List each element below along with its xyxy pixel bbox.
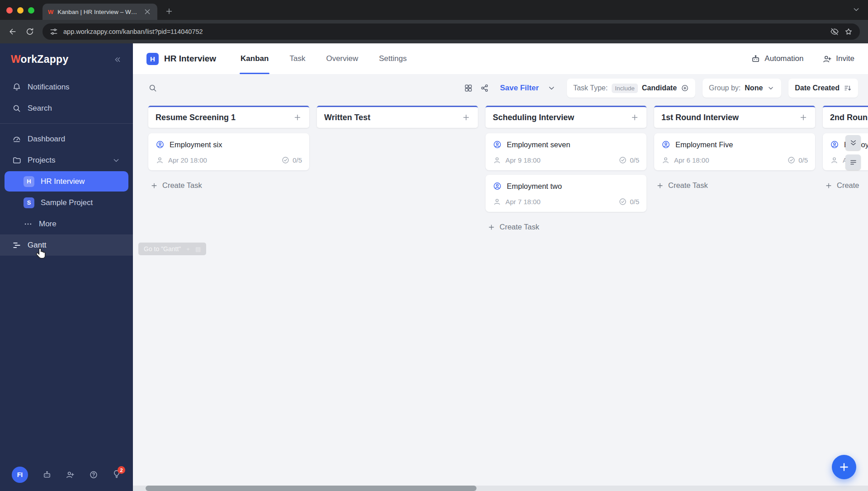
column-cards: Employment Five Apr 6 18:00 0/5 — [654, 133, 815, 190]
add-task-icon[interactable] — [293, 113, 302, 122]
sidebar-item-dashboard[interactable]: Dashboard — [0, 128, 133, 150]
user-avatar[interactable]: FI — [12, 467, 28, 483]
task-title: Employment six — [170, 140, 222, 149]
browser-toolbar: app.workzappy.com/kanban/list?pid=114040… — [0, 20, 868, 43]
tab-overview[interactable]: Overview — [326, 43, 358, 74]
sort-dropdown[interactable]: Date Created — [788, 79, 858, 98]
due-date: Apr 20 18:00 — [168, 156, 207, 164]
checklist-count: 0/5 — [630, 198, 639, 206]
dashboard-icon — [12, 135, 21, 144]
eye-off-icon[interactable] — [830, 27, 839, 36]
card-top: Employment seven — [493, 140, 639, 149]
sidebar-item-label: Dashboard — [28, 135, 65, 144]
header-actions: Automation Invite — [751, 54, 854, 64]
kanban-column-scheduling-interview: Scheduling Interview Employment seven Ap… — [486, 106, 646, 231]
support-bot-icon[interactable] — [42, 470, 52, 479]
checklist-icon — [281, 156, 290, 164]
minimize-window-button[interactable] — [17, 7, 24, 14]
assignee-icon — [661, 156, 670, 164]
sidebar-item-hr-interview[interactable]: H HR Interview — [5, 171, 128, 192]
group-by-label: Group by: — [709, 84, 741, 92]
close-window-button[interactable] — [6, 7, 13, 14]
column-header[interactable]: Resume Screening 1 — [148, 106, 309, 128]
automation-button[interactable]: Automation — [751, 54, 803, 64]
reload-icon[interactable] — [25, 27, 34, 36]
sidebar-logo-row: WorkZappy — [0, 43, 133, 72]
task-card[interactable]: Employment two Apr 7 18:00 0/5 — [486, 175, 646, 212]
assignee-avatar-icon — [493, 140, 502, 149]
sidebar-item-sample-project[interactable]: S Sample Project — [0, 192, 133, 213]
sidebar-item-projects[interactable]: Projects — [0, 150, 133, 171]
sidebar-item-label: Notifications — [28, 83, 70, 92]
list-view-button[interactable] — [845, 154, 861, 170]
create-task-button[interactable]: Create — [823, 181, 868, 190]
search-icon[interactable] — [148, 84, 157, 93]
column-header[interactable]: 2nd Roun — [823, 106, 868, 128]
add-filter-icon[interactable] — [681, 84, 689, 92]
collapse-columns-button[interactable] — [845, 135, 861, 150]
task-type-label: Task Type: — [573, 84, 608, 92]
robot-icon — [751, 54, 760, 64]
checklist-progress: 0/5 — [787, 156, 808, 164]
tab-kanban[interactable]: Kanban — [241, 43, 269, 74]
tab-search-chevron-icon[interactable] — [852, 5, 861, 14]
site-settings-icon[interactable] — [49, 27, 58, 36]
card-meta: Apr 6 18:00 0/5 — [661, 156, 808, 164]
plus-icon — [825, 182, 833, 190]
group-by-dropdown[interactable]: Group by: None — [703, 79, 781, 98]
automation-label: Automation — [764, 54, 803, 63]
tab-close-icon[interactable] — [143, 7, 152, 16]
save-filter-button[interactable]: Save Filter — [500, 84, 539, 93]
new-tab-button[interactable] — [165, 7, 174, 16]
gantt-icon — [12, 241, 21, 250]
sidebar-item-more[interactable]: More — [0, 213, 133, 234]
sidebar-item-label: More — [39, 220, 57, 229]
sidebar-item-search[interactable]: Search — [0, 98, 133, 119]
task-type-filter-chip[interactable]: Task Type: Include Candidate — [567, 79, 695, 98]
bookmark-star-icon[interactable] — [844, 27, 853, 36]
create-task-button[interactable]: Create Task — [654, 181, 815, 190]
add-task-icon[interactable] — [462, 113, 471, 122]
sidebar-item-gantt[interactable]: Gantt — [0, 234, 133, 256]
sidebar-footer: FI 2 — [0, 458, 133, 491]
share-icon[interactable] — [480, 84, 489, 93]
search-icon — [12, 104, 21, 113]
collapse-sidebar-icon[interactable] — [113, 55, 122, 64]
ellipsis-icon — [24, 220, 33, 229]
sidebar-item-label: Sample Project — [41, 198, 93, 207]
task-card[interactable]: Employment six Apr 20 18:00 0/5 — [148, 133, 309, 170]
chevron-down-icon[interactable] — [112, 156, 121, 165]
help-icon[interactable] — [89, 470, 98, 479]
sidebar-item-notifications[interactable]: Notifications — [0, 76, 133, 98]
column-header[interactable]: Scheduling Interview — [486, 106, 646, 128]
zoom-window-button[interactable] — [28, 7, 34, 14]
task-card[interactable]: Employment Five Apr 6 18:00 0/5 — [654, 133, 815, 170]
logo-w: W — [11, 53, 21, 65]
board-view-icon[interactable] — [464, 84, 473, 93]
column-header[interactable]: 1st Round Interview — [654, 106, 815, 128]
tab-settings[interactable]: Settings — [379, 43, 406, 74]
create-task-button[interactable]: Create Task — [148, 181, 309, 190]
add-task-icon[interactable] — [799, 113, 808, 122]
board-toolbar: Save Filter Task Type: Include Candidate… — [133, 74, 868, 102]
project-badge: S — [24, 197, 34, 208]
browser-tab[interactable]: W Kanban | HR Interview – Work — [42, 4, 157, 20]
column-header[interactable]: Written Test — [317, 106, 478, 128]
create-task-button[interactable]: Create Task — [486, 223, 646, 231]
add-task-fab[interactable] — [832, 455, 856, 479]
save-filter-chevron-icon[interactable] — [547, 84, 556, 93]
invite-button[interactable]: Invite — [822, 54, 854, 64]
add-task-icon[interactable] — [630, 113, 639, 122]
checklist-icon — [618, 197, 627, 206]
assignee-avatar-icon — [493, 182, 502, 191]
back-icon[interactable] — [8, 27, 17, 36]
url-text[interactable]: app.workzappy.com/kanban/list?pid=114040… — [63, 28, 825, 35]
url-bar[interactable]: app.workzappy.com/kanban/list?pid=114040… — [42, 23, 860, 40]
scrollbar-thumb[interactable] — [146, 486, 476, 491]
column-title: Resume Screening 1 — [156, 113, 236, 122]
tab-task[interactable]: Task — [289, 43, 305, 74]
horizontal-scrollbar[interactable] — [133, 486, 868, 491]
add-user-icon[interactable] — [66, 470, 75, 479]
task-card[interactable]: Employment seven Apr 9 18:00 0/5 — [486, 133, 646, 170]
whats-new-button[interactable]: 2 — [112, 469, 121, 480]
